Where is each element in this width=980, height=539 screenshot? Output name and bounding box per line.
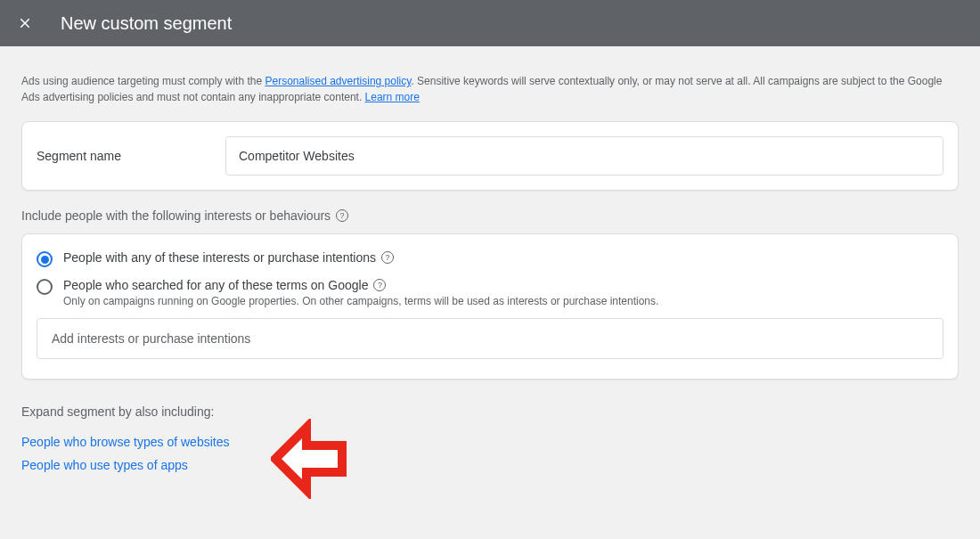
segment-name-input-wrap[interactable]: [225, 136, 943, 176]
help-icon[interactable]: ?: [336, 209, 348, 222]
radio-search-label: People who searched for any of these ter…: [63, 278, 658, 292]
dialog-title: New custom segment: [61, 13, 232, 34]
radio-interests-label: People with any of these interests or pu…: [63, 250, 394, 265]
help-icon[interactable]: ?: [381, 251, 394, 264]
segment-name-label: Segment name: [37, 149, 225, 163]
policy-link[interactable]: Personalised advertising policy: [265, 75, 411, 87]
close-icon[interactable]: [14, 12, 36, 34]
segment-name-card: Segment name: [21, 121, 959, 191]
radio-search-hint: Only on campaigns running on Google prop…: [63, 295, 658, 307]
radio-row-search[interactable]: People who searched for any of these ter…: [37, 278, 943, 307]
radio-search[interactable]: [37, 279, 53, 295]
expand-section-label: Expand segment by also including:: [21, 404, 959, 419]
radio-interests-text: People with any of these interests or pu…: [63, 250, 376, 265]
dialog-header: New custom segment: [0, 0, 980, 46]
learn-more-link[interactable]: Learn more: [365, 91, 420, 103]
dialog-content: Ads using audience targeting must comply…: [0, 46, 980, 502]
expand-link-websites[interactable]: People who browse types of websites: [21, 435, 959, 449]
radio-row-interests[interactable]: People with any of these interests or pu…: [37, 250, 943, 267]
include-card: People with any of these interests or pu…: [21, 233, 959, 380]
expand-link-apps[interactable]: People who use types of apps: [21, 458, 959, 472]
policy-notice: Ads using audience targeting must comply…: [21, 73, 959, 105]
radio-interests[interactable]: [37, 251, 53, 267]
expand-section: Expand segment by also including: People…: [21, 404, 959, 472]
interests-input[interactable]: [52, 331, 928, 346]
include-section-label: Include people with the following intere…: [21, 208, 959, 223]
interests-input-wrap[interactable]: [37, 318, 943, 359]
include-label-text: Include people with the following intere…: [21, 208, 331, 223]
segment-name-input[interactable]: [239, 149, 930, 163]
help-icon[interactable]: ?: [373, 279, 386, 291]
radio-search-text: People who searched for any of these ter…: [63, 278, 368, 292]
annotation-arrow-icon: [271, 419, 360, 499]
policy-text-1: Ads using audience targeting must comply…: [21, 75, 265, 87]
